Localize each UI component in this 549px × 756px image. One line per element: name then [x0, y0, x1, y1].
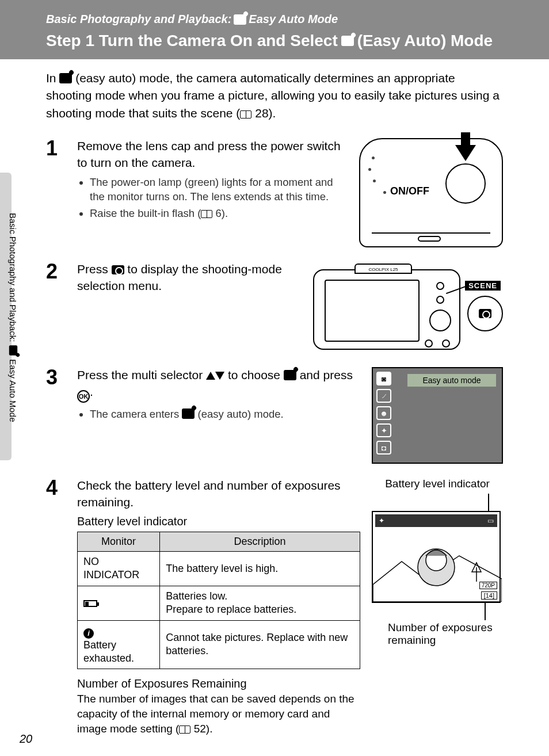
battery-indicator-subtitle: Battery level indicator [77, 515, 360, 528]
battery-indicator-label: Battery level indicator [372, 478, 503, 490]
step-1-figure: ON/OFF [359, 138, 503, 247]
ok-button-icon: OK [77, 390, 90, 403]
header-band: Basic Photography and Playback: Easy Aut… [0, 0, 549, 59]
step-body: Press to display the shooting-mode selec… [77, 261, 303, 353]
step-1-bullet-1: The power-on lamp (green) lights for a m… [90, 175, 349, 204]
scene-illustration [373, 527, 502, 602]
book-icon [240, 110, 251, 119]
battery-level-table: Monitor Description NO INDICATOR The bat… [77, 532, 360, 669]
step-2-title: Press to display the shooting-mode selec… [77, 261, 303, 294]
battery-low-icon [83, 600, 97, 607]
step-number: 3 [46, 367, 67, 464]
mode-button-callout [467, 296, 503, 331]
camera-icon [112, 265, 124, 274]
exposures-counter: [14] [481, 591, 497, 600]
page-title: Step 1 Turn the Camera On and Select (Ea… [46, 32, 532, 50]
cell-high: The battery level is high. [160, 552, 360, 586]
table-header-description: Description [160, 532, 360, 552]
camera-heart-icon [341, 36, 354, 46]
step-2: 2 Press to display the shooting-mode sel… [46, 261, 503, 353]
table-row: NO INDICATOR The battery level is high. [78, 552, 360, 586]
step-1-bullet-2: Raise the built-in flash ( 6). [90, 207, 349, 221]
intro-text: In (easy auto) mode, the camera automati… [46, 70, 503, 122]
step-2-figure: COOLPIX L25 SCENE [313, 261, 503, 353]
mode-icon: ✦ [379, 517, 384, 525]
step-3-list: The camera enters (easy auto) mode. [90, 407, 361, 422]
mode-movie-icon: ✦ [376, 423, 391, 437]
cell-batt-low-text: Batteries low. Prepare to replace batter… [160, 586, 360, 620]
step-4-figure: Battery level indicator ✦ ▭ 720P [372, 478, 503, 647]
step-number: 1 [46, 138, 67, 247]
exposures-title: Number of Exposures Remaining [77, 677, 360, 690]
step-4-title: Check the battery level and number of ex… [77, 478, 360, 510]
on-off-label: ON/OFF [390, 185, 429, 197]
monitor-preview-diagram: ✦ ▭ 720P [14] [372, 511, 501, 603]
title-suffix: (Easy Auto) Mode [357, 32, 493, 50]
step-number: 2 [46, 261, 67, 353]
book-icon [201, 210, 212, 218]
camera-heart-icon [9, 346, 17, 356]
camera-heart-icon [59, 73, 72, 83]
step-1-list: The power-on lamp (green) lights for a m… [90, 175, 349, 221]
step-4: 4 Check the battery level and number of … [46, 478, 503, 736]
breadcrumb-suffix: Easy Auto Mode [249, 13, 338, 26]
exposures-remaining-label: Number of exposures remaining [372, 621, 503, 647]
step-body: Press the multi selector to choose and p… [77, 367, 361, 464]
mode-menu-icons: ◙ ⟋ ☻ ✦ ◘ [376, 372, 394, 455]
camera-back-diagram: COOLPIX L25 SCENE [313, 261, 503, 353]
step-number: 4 [46, 478, 67, 736]
cell-no-indicator: NO INDICATOR [78, 552, 160, 586]
camera-icon [479, 309, 491, 318]
table-header-monitor: Monitor [78, 532, 160, 552]
page-number: 20 [20, 732, 32, 746]
cell-replace-text: Cannot take pictures. Replace with new b… [160, 620, 360, 669]
breadcrumb-prefix: Basic Photography and Playback: [46, 13, 231, 26]
camera-top-diagram: ON/OFF [359, 138, 503, 247]
camera-model-label: COOLPIX L25 [354, 264, 412, 274]
mode-menu-title: Easy auto mode [407, 374, 496, 387]
cell-batt-exhausted: i Battery exhausted. [78, 620, 160, 669]
info-icon: i [83, 628, 94, 639]
step-3-figure: ◙ ⟋ ☻ ✦ ◘ Easy auto mode [372, 367, 503, 464]
mode-smart-portrait-icon: ☻ [376, 406, 391, 420]
book-icon [179, 726, 190, 734]
down-arrow-icon [215, 372, 224, 380]
table-row: i Battery exhausted. Cannot take picture… [78, 620, 360, 669]
side-tab-text: Basic Photography and Playback: Easy Aut… [8, 213, 18, 422]
step-body: Remove the lens cap and press the power … [77, 138, 349, 247]
step-1: 1 Remove the lens cap and press the powe… [46, 138, 503, 247]
step-4-left: Check the battery level and number of ex… [77, 478, 360, 736]
battery-icon: ▭ [487, 517, 494, 525]
step-3-bullet: The camera enters (easy auto) mode. [90, 407, 361, 422]
camera-heart-icon [284, 370, 296, 380]
mode-auto-icon: ◘ [376, 441, 391, 455]
cell-batt-low-icon [78, 586, 160, 620]
scene-label: SCENE [465, 281, 501, 291]
resolution-indicator: 720P [479, 582, 497, 589]
mode-easy-auto-icon: ◙ [376, 372, 391, 385]
step-1-title: Remove the lens cap and press the power … [77, 138, 349, 171]
step-3: 3 Press the multi selector to choose and… [46, 367, 503, 464]
content: In (easy auto) mode, the camera automati… [0, 59, 549, 736]
camera-heart-icon [182, 408, 195, 419]
up-arrow-icon [206, 372, 215, 380]
step-3-title: Press the multi selector to choose and p… [77, 367, 361, 402]
exposures-text: The number of images that can be saved d… [77, 692, 360, 736]
arrow-down-icon [455, 145, 476, 161]
title-prefix: Step 1 Turn the Camera On and Select [46, 32, 338, 50]
camera-heart-icon [234, 14, 246, 25]
mode-scene-icon: ⟋ [376, 389, 391, 403]
breadcrumb: Basic Photography and Playback: Easy Aut… [46, 13, 532, 26]
table-row: Batteries low. Prepare to replace batter… [78, 586, 360, 620]
mode-menu-diagram: ◙ ⟋ ☻ ✦ ◘ Easy auto mode [372, 367, 503, 464]
side-tab: Basic Photography and Playback: Easy Aut… [0, 173, 24, 460]
